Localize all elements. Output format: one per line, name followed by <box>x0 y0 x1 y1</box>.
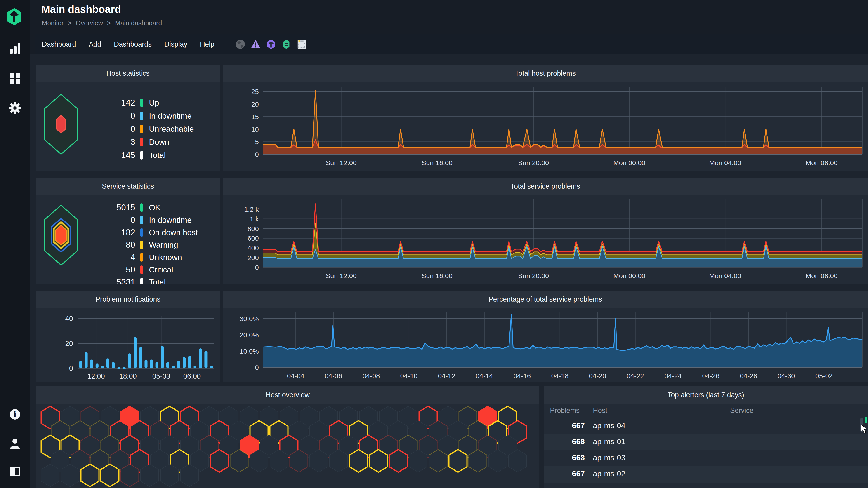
svg-text:04-12: 04-12 <box>438 372 456 380</box>
monitor-icon[interactable] <box>8 42 21 55</box>
menu-add[interactable]: Add <box>89 40 101 48</box>
svg-text:40: 40 <box>65 315 73 323</box>
breadcrumb-item[interactable]: Monitor <box>42 20 64 27</box>
menu-dashboards[interactable]: Dashboards <box>114 40 152 48</box>
stat-label[interactable]: Warning <box>149 240 178 250</box>
stat-value: 4 <box>111 253 135 262</box>
panel-title: Total host problems <box>223 65 868 82</box>
svg-text:Sun 20:00: Sun 20:00 <box>518 159 549 166</box>
svg-text:i: i <box>13 410 17 419</box>
stat-row: 0In downtime <box>111 109 194 123</box>
stat-label[interactable]: Down <box>149 138 169 147</box>
total-service-problems-chart: 02004006008001 k1.2 kSun 12:00Sun 16:00S… <box>223 195 868 284</box>
globe-icon[interactable] <box>235 39 246 50</box>
user-icon[interactable] <box>8 437 21 450</box>
top-alerters-panel: Top alerters (last 7 days) Problems Host… <box>544 386 868 488</box>
stat-value: 145 <box>111 151 135 160</box>
service-stats-list: 5015OK 0In downtime 182On down host 80Wa… <box>111 201 198 284</box>
setup-gear-icon[interactable] <box>8 102 21 114</box>
svg-text:05-03: 05-03 <box>152 372 170 380</box>
svg-text:20: 20 <box>251 101 259 108</box>
checkmk-logo-icon[interactable] <box>7 8 22 26</box>
menu-bar: Dashboard Add Dashboards Display Help <box>35 34 868 54</box>
stat-label[interactable]: In downtime <box>149 111 192 121</box>
checkmk-hexagon-icon[interactable] <box>266 39 276 50</box>
stat-row: 182On down host <box>111 226 198 238</box>
svg-text:30.0%: 30.0% <box>240 315 259 322</box>
svg-text:Sun 16:00: Sun 16:00 <box>422 159 453 166</box>
panel-title: Percentage of total service problems <box>223 291 868 308</box>
svg-text:1 k: 1 k <box>250 215 259 223</box>
scrollbar-position-marker <box>865 417 867 423</box>
column-header-problems[interactable]: Problems <box>544 406 587 415</box>
screenshot-icon[interactable] <box>297 39 307 50</box>
host-state-hexagon-figure[interactable] <box>36 90 86 158</box>
menu-help[interactable]: Help <box>200 40 215 48</box>
stat-label[interactable]: Total <box>149 278 166 284</box>
stat-value: 0 <box>111 111 135 121</box>
service-statistics-panel: Service statistics 5015OK 0In downtime 1… <box>36 178 220 284</box>
svg-text:04-22: 04-22 <box>627 372 644 380</box>
breadcrumb-separator: > <box>107 20 111 27</box>
host-name[interactable]: ap-ms-04 <box>587 421 724 430</box>
panel-title: Host overview <box>36 386 539 403</box>
info-icon[interactable]: i <box>8 408 21 421</box>
stat-row: 4Unknown <box>111 251 198 263</box>
stat-label[interactable]: OK <box>149 203 160 212</box>
stat-row: 5015OK <box>111 201 198 214</box>
stat-label[interactable]: Up <box>149 98 159 107</box>
host-statistics-panel: Host statistics 142Up 0In downtime 0Unre… <box>36 65 220 170</box>
svg-text:Sun 16:00: Sun 16:00 <box>422 272 453 280</box>
filter-icon[interactable] <box>281 39 291 50</box>
mouse-cursor <box>860 424 868 434</box>
service-state-hexagon-figure[interactable] <box>36 201 86 269</box>
table-row[interactable]: 668 ap-ms-01 <box>544 433 868 450</box>
column-header-service[interactable]: Service <box>724 406 868 415</box>
partial-table-row <box>544 482 868 483</box>
panel-title: Host statistics <box>36 65 220 82</box>
svg-text:04-30: 04-30 <box>778 372 795 380</box>
svg-text:18:00: 18:00 <box>119 372 137 380</box>
svg-text:Mon 08:00: Mon 08:00 <box>806 272 838 280</box>
breadcrumb-item[interactable]: Overview <box>76 20 103 27</box>
table-row[interactable]: 667 ap-ms-02 <box>544 466 868 482</box>
host-name[interactable]: ap-ms-01 <box>587 437 724 446</box>
svg-text:04-26: 04-26 <box>702 372 719 380</box>
warning-triangle-icon[interactable] <box>250 39 261 50</box>
host-name[interactable]: ap-ms-02 <box>587 469 724 478</box>
stat-label[interactable]: Total <box>149 151 166 160</box>
stat-label[interactable]: Unknown <box>149 253 182 262</box>
breadcrumb-item[interactable]: Main dashboard <box>115 20 162 27</box>
problems-count: 667 <box>544 421 587 430</box>
host-overview-hexagon-grid[interactable] <box>36 403 539 488</box>
host-name[interactable]: ap-ms-03 <box>587 453 724 462</box>
table-row[interactable]: 667 ap-ms-04 <box>544 418 868 433</box>
column-header-host[interactable]: Host <box>587 406 724 415</box>
customize-grid-icon[interactable] <box>8 72 21 85</box>
svg-text:04-28: 04-28 <box>740 372 757 380</box>
stat-pill <box>140 265 143 274</box>
stat-pill <box>140 98 143 107</box>
svg-text:04-24: 04-24 <box>664 372 682 380</box>
menu-dashboard[interactable]: Dashboard <box>42 40 76 48</box>
stat-pill <box>140 111 143 120</box>
sidebar-toggle-icon[interactable] <box>8 465 21 478</box>
stat-label[interactable]: Critical <box>149 265 173 274</box>
stat-row: 145Total <box>111 149 194 162</box>
table-row[interactable]: 668 ap-ms-03 <box>544 450 868 466</box>
host-stats-list: 142Up 0In downtime 0Unreachable 3Down 14… <box>111 96 194 162</box>
stat-row: 142Up <box>111 96 194 109</box>
panel-title: Total service problems <box>223 178 868 195</box>
stat-value: 0 <box>111 215 135 225</box>
stat-label[interactable]: On down host <box>149 228 198 237</box>
stat-row: 0Unreachable <box>111 123 194 135</box>
host-overview-panel: Host overview <box>36 386 539 488</box>
sidebar: i <box>0 0 30 488</box>
stat-label[interactable]: Unreachable <box>149 125 194 133</box>
table-header: Problems Host Service <box>544 403 868 418</box>
svg-text:Mon 00:00: Mon 00:00 <box>613 272 645 280</box>
stat-label[interactable]: In downtime <box>149 216 192 225</box>
stat-pill <box>140 253 143 262</box>
problem-notifications-chart: 0204012:0018:0005-0306:00 <box>36 308 220 382</box>
menu-display[interactable]: Display <box>164 40 187 48</box>
